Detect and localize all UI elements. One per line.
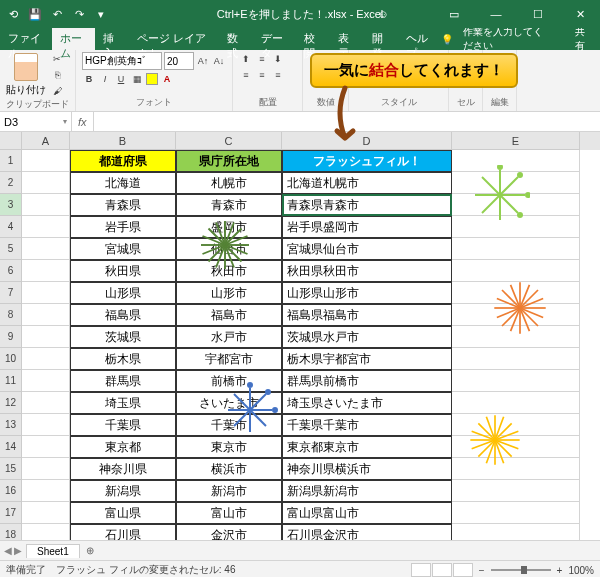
redo-icon[interactable]: ↷ — [70, 5, 88, 23]
cell[interactable]: 東京都 — [70, 436, 176, 458]
cell[interactable] — [452, 172, 580, 194]
cell[interactable] — [452, 370, 580, 392]
cell[interactable]: 仙台市 — [176, 238, 282, 260]
cell[interactable]: 富山県富山市 — [282, 502, 452, 524]
fx-icon[interactable]: fx — [72, 112, 94, 131]
cell[interactable]: 秋田県 — [70, 260, 176, 282]
cell[interactable] — [452, 216, 580, 238]
align-right-icon[interactable]: ≡ — [271, 68, 285, 82]
increase-font-icon[interactable]: A↑ — [196, 54, 210, 68]
underline-button[interactable]: U — [114, 72, 128, 86]
cell[interactable]: 福島県 — [70, 304, 176, 326]
cell[interactable]: 山形市 — [176, 282, 282, 304]
decrease-font-icon[interactable]: A↓ — [212, 54, 226, 68]
cell[interactable]: 埼玉県 — [70, 392, 176, 414]
add-sheet-button[interactable]: ⊕ — [80, 545, 100, 556]
cell[interactable]: 福島県福島市 — [282, 304, 452, 326]
cell[interactable] — [452, 326, 580, 348]
row-header[interactable]: 16 — [0, 480, 22, 502]
zoom-slider[interactable] — [491, 569, 551, 571]
cell[interactable]: さいたま市 — [176, 392, 282, 414]
cell[interactable] — [22, 480, 70, 502]
name-box[interactable]: D3 ▾ — [0, 112, 72, 131]
row-header[interactable]: 15 — [0, 458, 22, 480]
cell[interactable]: 東京市 — [176, 436, 282, 458]
cell[interactable]: 茨城県 — [70, 326, 176, 348]
cell[interactable]: 新潟県新潟市 — [282, 480, 452, 502]
zoom-out-button[interactable]: − — [479, 565, 485, 576]
cell[interactable]: 群馬県前橋市 — [282, 370, 452, 392]
cell[interactable] — [22, 348, 70, 370]
col-header-E[interactable]: E — [452, 132, 580, 150]
zoom-level[interactable]: 100% — [568, 565, 594, 576]
fill-color-button[interactable] — [146, 73, 158, 85]
align-center-icon[interactable]: ≡ — [255, 68, 269, 82]
undo-icon[interactable]: ↶ — [48, 5, 66, 23]
cell[interactable]: 千葉県 — [70, 414, 176, 436]
row-header[interactable]: 11 — [0, 370, 22, 392]
cell[interactable]: 秋田県秋田市 — [282, 260, 452, 282]
cell[interactable]: 水戸市 — [176, 326, 282, 348]
qat-dropdown-icon[interactable]: ▾ — [92, 5, 110, 23]
cell[interactable]: 北海道札幌市 — [282, 172, 452, 194]
cell[interactable]: 福島市 — [176, 304, 282, 326]
cell[interactable] — [22, 260, 70, 282]
cell[interactable]: 前橋市 — [176, 370, 282, 392]
cell[interactable]: 東京都東京市 — [282, 436, 452, 458]
cell[interactable]: 秋田市 — [176, 260, 282, 282]
row-header[interactable]: 12 — [0, 392, 22, 414]
cell[interactable]: 栃木県 — [70, 348, 176, 370]
tab-data[interactable]: データ — [253, 28, 296, 50]
tab-formulas[interactable]: 数式 — [219, 28, 253, 50]
cell[interactable] — [452, 282, 580, 304]
cell[interactable]: 富山県 — [70, 502, 176, 524]
cell[interactable] — [452, 150, 580, 172]
cell[interactable]: 宮城県 — [70, 238, 176, 260]
cell[interactable] — [22, 150, 70, 172]
col-header-A[interactable]: A — [22, 132, 70, 150]
tab-home[interactable]: ホーム — [52, 28, 95, 50]
cut-icon[interactable]: ✂ — [50, 52, 64, 66]
cell[interactable] — [22, 172, 70, 194]
close-button[interactable]: ✕ — [560, 0, 600, 28]
cell[interactable] — [452, 480, 580, 502]
cell[interactable] — [22, 216, 70, 238]
view-normal-button[interactable] — [411, 563, 431, 577]
border-button[interactable]: ▦ — [130, 72, 144, 86]
cell[interactable] — [22, 194, 70, 216]
cell[interactable] — [22, 370, 70, 392]
format-painter-icon[interactable]: 🖌 — [50, 84, 64, 98]
cell[interactable]: 石川県金沢市 — [282, 524, 452, 540]
cell[interactable]: 盛岡市 — [176, 216, 282, 238]
row-header[interactable]: 18 — [0, 524, 22, 540]
align-left-icon[interactable]: ≡ — [239, 68, 253, 82]
align-middle-icon[interactable]: ≡ — [255, 52, 269, 66]
tab-review[interactable]: 校閲 — [296, 28, 330, 50]
cell[interactable]: 千葉県千葉市 — [282, 414, 452, 436]
cell[interactable] — [452, 436, 580, 458]
row-header[interactable]: 6 — [0, 260, 22, 282]
align-top-icon[interactable]: ⬆ — [239, 52, 253, 66]
row-header[interactable]: 2 — [0, 172, 22, 194]
cell[interactable]: 神奈川県横浜市 — [282, 458, 452, 480]
view-pagelayout-button[interactable] — [432, 563, 452, 577]
bold-button[interactable]: B — [82, 72, 96, 86]
save-icon[interactable]: 💾 — [26, 5, 44, 23]
cell[interactable] — [22, 304, 70, 326]
minimize-button[interactable]: — — [476, 0, 516, 28]
cell[interactable]: 県庁所在地 — [176, 150, 282, 172]
cell[interactable]: 富山市 — [176, 502, 282, 524]
cell[interactable] — [22, 326, 70, 348]
cell[interactable]: 茨城県水戸市 — [282, 326, 452, 348]
cell[interactable] — [452, 260, 580, 282]
cell[interactable]: 横浜市 — [176, 458, 282, 480]
sheet-nav-next-icon[interactable]: ▶ — [14, 545, 22, 556]
share-button[interactable]: 共有 — [575, 25, 590, 53]
cell[interactable] — [452, 304, 580, 326]
row-header[interactable]: 17 — [0, 502, 22, 524]
tab-help[interactable]: ヘルプ — [398, 28, 441, 50]
autosave-icon[interactable]: ⟲ — [4, 5, 22, 23]
cell[interactable]: 新潟市 — [176, 480, 282, 502]
col-header-B[interactable]: B — [70, 132, 176, 150]
cell[interactable]: 宮城県仙台市 — [282, 238, 452, 260]
